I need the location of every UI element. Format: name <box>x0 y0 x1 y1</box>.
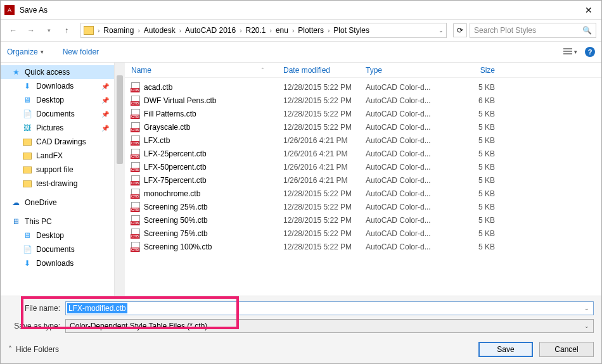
file-type: AutoCAD Color-d... <box>366 110 454 118</box>
file-row[interactable]: DWF Virtual Pens.ctb12/28/2015 5:22 PMAu… <box>125 94 601 107</box>
search-input[interactable]: Search Plot Styles 🔍 <box>470 23 596 38</box>
cloud-icon: ☁ <box>11 198 21 208</box>
sidebar-item-this-pc[interactable]: 🖥This PC <box>1 215 114 229</box>
sidebar-item-downloads-pc[interactable]: ⬇Downloads <box>1 256 114 270</box>
file-row[interactable]: Grayscale.ctb12/28/2015 5:22 PMAutoCAD C… <box>125 120 601 134</box>
back-button[interactable]: ← <box>6 23 21 38</box>
breadcrumb-item[interactable]: Roaming <box>103 26 134 35</box>
file-size: 5 KB <box>454 216 505 225</box>
filename-input[interactable]: LFX-modified.ctb ⌄ <box>65 301 594 315</box>
breadcrumb-item[interactable]: R20.1 <box>246 26 266 35</box>
breadcrumb-item[interactable]: Plotters <box>298 26 324 35</box>
sidebar-scrollbar[interactable] <box>115 63 125 296</box>
search-icon: 🔍 <box>582 26 592 35</box>
file-type: AutoCAD Color-d... <box>366 242 454 251</box>
sidebar-item-quick-access[interactable]: ★Quick access <box>1 65 114 79</box>
filename-label: File name: <box>8 304 65 313</box>
sidebar-item-downloads[interactable]: ⬇Downloads📌 <box>1 79 114 93</box>
up-button[interactable]: ↑ <box>59 23 74 38</box>
file-type: AutoCAD Color-d... <box>366 176 454 185</box>
file-name: Fill Patterns.ctb <box>144 110 196 118</box>
file-row[interactable]: LFX-50percent.ctb1/26/2016 4:21 PMAutoCA… <box>125 160 601 173</box>
breadcrumb-item[interactable]: Autodesk <box>144 26 176 35</box>
file-row[interactable]: Screening 25%.ctb12/28/2015 5:22 PMAutoC… <box>125 200 601 213</box>
file-row[interactable]: Fill Patterns.ctb12/28/2015 5:22 PMAutoC… <box>125 107 601 120</box>
file-row[interactable]: Screening 50%.ctb12/28/2015 5:22 PMAutoC… <box>125 213 601 227</box>
close-button[interactable]: ✕ <box>576 1 601 20</box>
documents-icon: 📄 <box>22 244 32 254</box>
sidebar-item-label: Desktop <box>36 96 64 104</box>
refresh-button[interactable]: ⟳ <box>453 23 467 37</box>
sidebar-item-desktop[interactable]: 🖥Desktop📌 <box>1 93 114 107</box>
file-size: 5 KB <box>454 203 505 211</box>
sidebar-item-landfx[interactable]: LandFX <box>1 149 114 163</box>
file-size: 5 KB <box>454 110 505 118</box>
sidebar-item-label: support file <box>36 165 74 174</box>
column-header-type[interactable]: Type <box>366 66 454 75</box>
file-date: 12/28/2015 5:22 PM <box>283 96 366 105</box>
file-name: monochrome.ctb <box>144 189 200 198</box>
downloads-icon: ⬇ <box>22 258 32 268</box>
file-size: 5 KB <box>454 176 505 185</box>
address-bar[interactable]: › Roaming › Autodesk › AutoCAD 2016 › R2… <box>80 23 447 38</box>
file-size: 5 KB <box>454 123 505 132</box>
column-header-size[interactable]: Size <box>454 66 505 75</box>
recent-dropdown[interactable]: ▾ <box>41 23 56 38</box>
file-size: 6 KB <box>454 96 505 105</box>
file-row[interactable]: LFX.ctb1/26/2016 4:21 PMAutoCAD Color-d.… <box>125 134 601 147</box>
address-dropdown-icon[interactable]: ⌄ <box>439 27 444 34</box>
file-size: 5 KB <box>454 149 505 158</box>
view-button[interactable]: ▾ <box>563 47 577 56</box>
file-row[interactable]: Screening 100%.ctb12/28/2015 5:22 PMAuto… <box>125 240 601 253</box>
sidebar-item-pictures[interactable]: 🖼Pictures📌 <box>1 121 114 135</box>
ctb-file-icon <box>131 149 140 159</box>
pictures-icon: 🖼 <box>22 123 32 133</box>
sidebar-item-test-drawing[interactable]: test-drawing <box>1 177 114 191</box>
save-type-select[interactable]: Color-Dependent Style Table Files (*.ctb… <box>65 319 594 333</box>
sidebar-item-documents-pc[interactable]: 📄Documents <box>1 242 114 256</box>
file-row[interactable]: Screening 75%.ctb12/28/2015 5:22 PMAutoC… <box>125 227 601 240</box>
file-size: 5 KB <box>454 229 505 238</box>
file-date: 1/26/2016 4:21 PM <box>283 176 366 185</box>
ctb-file-icon <box>131 82 140 92</box>
sidebar-item-onedrive[interactable]: ☁OneDrive <box>1 196 114 210</box>
file-row[interactable]: LFX-75percent.ctb1/26/2016 4:21 PMAutoCA… <box>125 173 601 187</box>
organize-button[interactable]: Organize▾ <box>7 47 44 56</box>
file-row[interactable]: LFX-25percent.ctb1/26/2016 4:21 PMAutoCA… <box>125 147 601 160</box>
new-folder-button[interactable]: New folder <box>63 47 99 56</box>
sidebar-item-support-file[interactable]: support file <box>1 163 114 177</box>
help-button[interactable]: ? <box>585 47 595 57</box>
file-row[interactable]: monochrome.ctb12/28/2015 5:22 PMAutoCAD … <box>125 187 601 200</box>
sort-indicator-icon: ˄ <box>261 67 264 73</box>
ctb-file-icon <box>131 96 140 106</box>
save-button[interactable]: Save <box>478 342 533 357</box>
file-date: 12/28/2015 5:22 PM <box>283 203 366 211</box>
breadcrumb-item[interactable]: AutoCAD 2016 <box>185 26 236 35</box>
column-header-date[interactable]: Date modified <box>283 66 366 75</box>
ctb-file-icon <box>131 229 140 239</box>
sidebar-item-cad-drawings[interactable]: CAD Drawings <box>1 135 114 149</box>
search-placeholder: Search Plot Styles <box>474 26 579 35</box>
downloads-icon: ⬇ <box>22 81 32 91</box>
sidebar-item-label: Desktop <box>36 231 64 240</box>
file-row[interactable]: acad.ctb12/28/2015 5:22 PMAutoCAD Color-… <box>125 80 601 94</box>
file-date: 12/28/2015 5:22 PM <box>283 110 366 118</box>
hide-folders-button[interactable]: ˄Hide Folders <box>8 345 59 354</box>
file-type: AutoCAD Color-d... <box>366 216 454 225</box>
sidebar-item-desktop-pc[interactable]: 🖥Desktop <box>1 229 114 242</box>
breadcrumb-item[interactable]: enu <box>276 26 288 35</box>
forward-button[interactable]: → <box>23 23 39 38</box>
cancel-button[interactable]: Cancel <box>539 342 594 357</box>
file-name: Screening 100%.ctb <box>144 242 212 251</box>
file-date: 1/26/2016 4:21 PM <box>283 136 366 145</box>
file-type: AutoCAD Color-d... <box>366 136 454 145</box>
file-size: 5 KB <box>454 242 505 251</box>
sidebar-item-label: CAD Drawings <box>36 137 86 146</box>
file-date: 12/28/2015 5:22 PM <box>283 189 366 198</box>
breadcrumb-item[interactable]: Plot Styles <box>333 26 369 35</box>
sidebar-item-documents[interactable]: 📄Documents📌 <box>1 107 114 121</box>
chevron-down-icon[interactable]: ⌄ <box>584 305 589 311</box>
file-type: AutoCAD Color-d... <box>366 203 454 211</box>
ctb-file-icon <box>131 202 140 212</box>
column-header-name[interactable]: Name˄ <box>125 66 283 75</box>
